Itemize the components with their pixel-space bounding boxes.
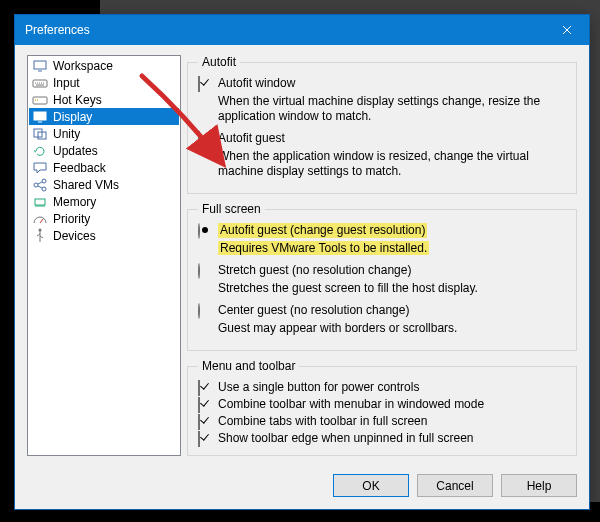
gauge-icon	[32, 211, 48, 227]
sidebar-item-input[interactable]: Input	[29, 74, 179, 91]
group-legend: Menu and toolbar	[198, 359, 299, 373]
close-button[interactable]	[545, 15, 589, 45]
checkbox-label[interactable]: Combine toolbar with menubar in windowed…	[218, 397, 484, 412]
sidebar-item-label: Input	[53, 76, 80, 90]
checkbox-label[interactable]: Autofit guest	[218, 131, 285, 146]
checkbox-label[interactable]: Show toolbar edge when unpinned in full …	[218, 431, 474, 446]
svg-point-10	[39, 228, 42, 231]
help-button[interactable]: Help	[501, 474, 577, 497]
sidebar-item-memory[interactable]: Memory	[29, 193, 179, 210]
monitor-icon	[32, 58, 48, 74]
settings-panel: Autofit Autofit window When the virtual …	[187, 55, 577, 456]
chip-icon	[32, 194, 48, 210]
titlebar[interactable]: Preferences	[15, 15, 589, 45]
svg-point-8	[42, 187, 46, 191]
sidebar-item-label: Feedback	[53, 161, 106, 175]
display-icon	[32, 109, 48, 125]
radio-center-guest[interactable]	[198, 303, 200, 319]
sidebar-item-unity[interactable]: Unity	[29, 125, 179, 142]
checkbox-label[interactable]: Autofit window	[218, 76, 295, 91]
sidebar-item-display[interactable]: Display	[29, 108, 179, 125]
option-description: When the virtual machine display setting…	[218, 94, 566, 124]
radio-stretch-guest[interactable]	[198, 263, 200, 279]
speech-icon	[32, 160, 48, 176]
unity-icon	[32, 126, 48, 142]
svg-rect-0	[34, 61, 46, 69]
radio-label[interactable]: Center guest (no resolution change)	[218, 303, 409, 318]
option-description: Requires VMware Tools to be installed.	[218, 241, 429, 255]
checkbox-label[interactable]: Use a single button for power controls	[218, 380, 419, 395]
svg-rect-9	[35, 199, 45, 205]
svg-point-6	[34, 183, 38, 187]
checkbox-show-toolbar-edge[interactable]	[198, 431, 200, 447]
window-title: Preferences	[25, 23, 545, 37]
sidebar-item-label: Updates	[53, 144, 98, 158]
checkbox-single-power-button[interactable]	[198, 380, 200, 396]
sidebar-item-hotkeys[interactable]: Hot Keys	[29, 91, 179, 108]
sidebar-item-feedback[interactable]: Feedback	[29, 159, 179, 176]
sidebar-item-label: Display	[53, 110, 92, 124]
sidebar-item-label: Shared VMs	[53, 178, 119, 192]
group-autofit: Autofit Autofit window When the virtual …	[187, 55, 577, 194]
svg-point-7	[42, 179, 46, 183]
group-legend: Full screen	[198, 202, 265, 216]
group-fullscreen: Full screen Autofit guest (change guest …	[187, 202, 577, 351]
sidebar-item-label: Memory	[53, 195, 96, 209]
sidebar-item-label: Workspace	[53, 59, 113, 73]
svg-rect-3	[34, 112, 46, 120]
checkbox-combine-toolbar-menubar[interactable]	[198, 397, 200, 413]
sidebar-item-priority[interactable]: Priority	[29, 210, 179, 227]
cancel-button[interactable]: Cancel	[417, 474, 493, 497]
group-menu-toolbar: Menu and toolbar Use a single button for…	[187, 359, 577, 456]
group-legend: Autofit	[198, 55, 240, 69]
sidebar-item-devices[interactable]: Devices	[29, 227, 179, 244]
checkbox-combine-tabs-toolbar[interactable]	[198, 414, 200, 430]
radio-label[interactable]: Autofit guest (change guest resolution)	[218, 223, 427, 238]
ok-button[interactable]: OK	[333, 474, 409, 497]
option-description: Stretches the guest screen to fill the h…	[218, 281, 566, 296]
sidebar-item-label: Priority	[53, 212, 90, 226]
sidebar-item-updates[interactable]: Updates	[29, 142, 179, 159]
sidebar-item-label: Unity	[53, 127, 80, 141]
keyboard-icon	[32, 75, 48, 91]
key-icon	[32, 92, 48, 108]
sidebar-item-label: Devices	[53, 229, 96, 243]
checkbox-autofit-window[interactable]	[198, 76, 200, 92]
option-description: When the application window is resized, …	[218, 149, 566, 179]
share-icon	[32, 177, 48, 193]
sidebar-item-sharedvms[interactable]: Shared VMs	[29, 176, 179, 193]
option-description: Guest may appear with borders or scrollb…	[218, 321, 566, 336]
sidebar-item-workspace[interactable]: Workspace	[29, 57, 179, 74]
radio-autofit-guest[interactable]	[198, 223, 200, 239]
preferences-dialog: Preferences Workspace Input Hot Keys Dis…	[14, 14, 590, 510]
checkbox-autofit-guest[interactable]	[198, 131, 200, 147]
radio-label[interactable]: Stretch guest (no resolution change)	[218, 263, 411, 278]
refresh-icon	[32, 143, 48, 159]
usb-icon	[32, 228, 48, 244]
checkbox-label[interactable]: Combine tabs with toolbar in full screen	[218, 414, 427, 429]
dialog-buttons: OK Cancel Help	[15, 466, 589, 509]
sidebar-item-label: Hot Keys	[53, 93, 102, 107]
category-sidebar[interactable]: Workspace Input Hot Keys Display Unity U…	[27, 55, 181, 456]
